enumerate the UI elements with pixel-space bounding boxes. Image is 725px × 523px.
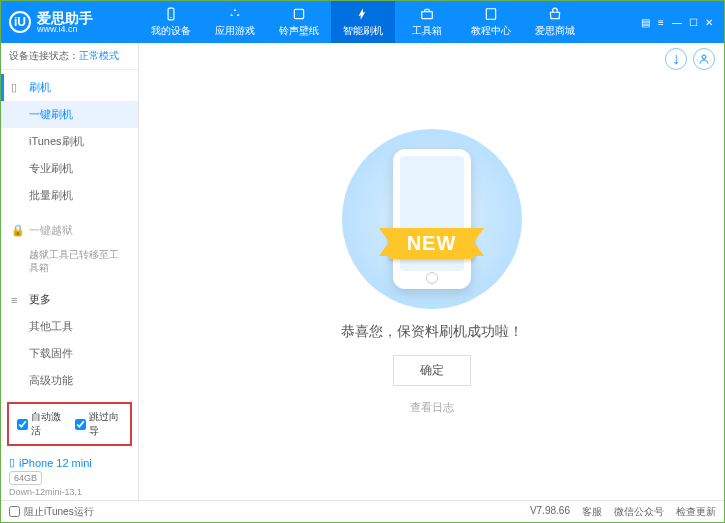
nav-label: 我的设备 [151,24,191,38]
toolbox-icon [419,6,435,22]
app-url: www.i4.cn [37,25,93,34]
sidebar-item-itunes[interactable]: iTunes刷机 [1,128,138,155]
titlebar-right: ▤ ≡ — ☐ ✕ [630,16,716,28]
menu-icon[interactable]: ▤ [638,16,652,28]
head-label: 一键越狱 [29,223,73,238]
sidebar-item-oneclick[interactable]: 一键刷机 [1,101,138,128]
statusbar: 阻止iTunes运行 V7.98.66 客服 微信公众号 检查更新 [1,500,724,522]
sidebar-item-advanced[interactable]: 高级功能 [1,367,138,394]
sidebar-item-download[interactable]: 下载固件 [1,340,138,367]
settings-icon[interactable]: ≡ [654,16,668,28]
device-firmware: Down-12mini-13,1 [9,487,130,497]
nav-apps[interactable]: 应用游戏 [203,1,267,43]
titlebar: iU 爱思助手 www.i4.cn 我的设备 应用游戏 铃声壁纸 智能刷机 工具… [1,1,724,43]
ok-button[interactable]: 确定 [393,355,471,386]
phone-icon: ▯ [11,81,23,94]
svg-rect-3 [422,12,433,19]
sidebar-head-jailbreak: 🔒一键越狱 [1,217,138,244]
menu-icon: ≡ [11,294,23,306]
device-info[interactable]: ▯iPhone 12 mini 64GB Down-12mini-13,1 [1,452,138,501]
storage-badge: 64GB [9,471,42,485]
view-log-link[interactable]: 查看日志 [410,400,454,415]
app-name: 爱思助手 [37,11,93,25]
phone-icon [163,6,179,22]
nav-store[interactable]: 爱思商城 [523,1,587,43]
update-link[interactable]: 检查更新 [676,505,716,519]
new-ribbon: NEW [389,228,475,259]
success-illustration: NEW [332,129,532,309]
apps-icon [227,6,243,22]
auto-activate-checkbox[interactable]: 自动激活 [17,410,65,438]
nav-flash[interactable]: 智能刷机 [331,1,395,43]
nav-label: 教程中心 [471,24,511,38]
nav-label: 智能刷机 [343,24,383,38]
phone-icon: ▯ [9,456,15,469]
head-label: 更多 [29,292,51,307]
sidebar-item-pro[interactable]: 专业刷机 [1,155,138,182]
flash-icon [355,6,371,22]
sidebar-head-flash[interactable]: ▯刷机 [1,74,138,101]
nav-label: 工具箱 [412,24,442,38]
sidebar-item-other[interactable]: 其他工具 [1,313,138,340]
nav-my-device[interactable]: 我的设备 [139,1,203,43]
chk-label: 跳过向导 [89,410,123,438]
chk-label: 自动激活 [31,410,65,438]
wallpaper-icon [291,6,307,22]
nav-toolbox[interactable]: 工具箱 [395,1,459,43]
nav-label: 爱思商城 [535,24,575,38]
phone-graphic [393,149,471,289]
nav-label: 铃声壁纸 [279,24,319,38]
svg-rect-2 [294,9,303,18]
device-name-text: iPhone 12 mini [19,457,92,469]
sidebar-item-batch[interactable]: 批量刷机 [1,182,138,209]
jailbreak-note: 越狱工具已转移至工具箱 [1,244,138,278]
nav-tutorials[interactable]: 教程中心 [459,1,523,43]
chk-label: 阻止iTunes运行 [24,505,94,519]
maximize-icon[interactable]: ☐ [686,16,700,28]
version-text: V7.98.66 [530,505,570,519]
conn-value: 正常模式 [79,50,119,61]
sidebar-head-more[interactable]: ≡更多 [1,286,138,313]
nav-ringtones[interactable]: 铃声壁纸 [267,1,331,43]
svg-rect-4 [486,9,495,20]
logo-icon: iU [9,11,31,33]
store-icon [547,6,563,22]
head-label: 刷机 [29,80,51,95]
options-box: 自动激活 跳过向导 [7,402,132,446]
app-logo: iU 爱思助手 www.i4.cn [9,11,139,34]
block-itunes-checkbox[interactable]: 阻止iTunes运行 [9,505,94,519]
wechat-link[interactable]: 微信公众号 [614,505,664,519]
minimize-icon[interactable]: — [670,16,684,28]
main-content: NEW 恭喜您，保资料刷机成功啦！ 确定 查看日志 [139,43,724,500]
book-icon [483,6,499,22]
lock-icon: 🔒 [11,224,23,237]
sidebar: 设备连接状态：正常模式 ▯刷机 一键刷机 iTunes刷机 专业刷机 批量刷机 … [1,43,139,500]
connection-status: 设备连接状态：正常模式 [1,43,138,70]
nav-label: 应用游戏 [215,24,255,38]
conn-label: 设备连接状态： [9,50,79,61]
success-message: 恭喜您，保资料刷机成功啦！ [341,323,523,341]
close-icon[interactable]: ✕ [702,16,716,28]
support-link[interactable]: 客服 [582,505,602,519]
main-nav: 我的设备 应用游戏 铃声壁纸 智能刷机 工具箱 教程中心 爱思商城 [139,1,630,43]
skip-guide-checkbox[interactable]: 跳过向导 [75,410,123,438]
